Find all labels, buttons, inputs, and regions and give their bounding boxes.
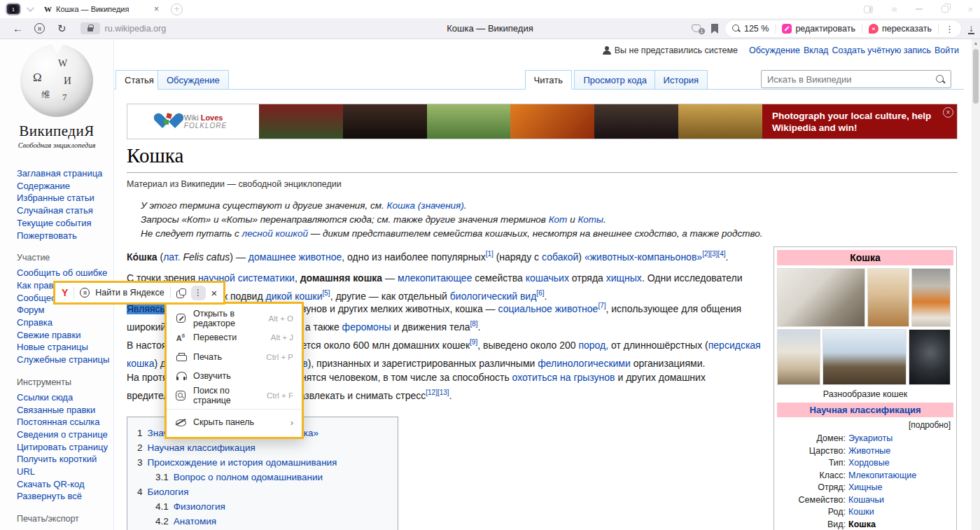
lock-icon bbox=[88, 27, 93, 32]
editor-icon bbox=[176, 314, 186, 323]
sidebar-header-print-export: Печать/экспорт bbox=[17, 514, 113, 524]
copy-icon[interactable] bbox=[176, 288, 186, 298]
details-link[interactable]: [подробно] bbox=[777, 417, 953, 431]
sidebar-item-donate[interactable]: Пожертвовать bbox=[17, 230, 113, 242]
bookmark-icon[interactable] bbox=[711, 24, 718, 34]
tab-list-chevron-icon[interactable] bbox=[27, 4, 34, 12]
menu-item-open-in-editor[interactable]: Открыть в редакторе Alt + O bbox=[167, 309, 302, 328]
tab-article[interactable]: Статья bbox=[115, 70, 163, 90]
back-icon[interactable]: ← bbox=[13, 22, 23, 34]
tab-talk[interactable]: Обсуждение bbox=[158, 70, 229, 90]
sidebar-item-what-links-here[interactable]: Ссылки сюда bbox=[17, 391, 113, 404]
wikipedia-favicon: W bbox=[44, 5, 52, 13]
panel-close-icon[interactable]: × bbox=[211, 287, 218, 299]
menu-item-find-on-page[interactable]: Поиск по странице Ctrl + F bbox=[167, 386, 302, 405]
retell-button[interactable]: « пересказать bbox=[869, 24, 932, 34]
sidebar-item-special-pages[interactable]: Служебные страницы bbox=[17, 354, 113, 366]
more-actions-icon[interactable]: ⋮ bbox=[945, 24, 954, 34]
personal-link-login[interactable]: Войти bbox=[934, 46, 959, 55]
sidebar-item-forum[interactable]: Форум bbox=[17, 304, 113, 316]
url-text[interactable]: ru.wikipedia.org bbox=[105, 24, 167, 34]
active-browser-tab[interactable]: W Кошка — Википедия × bbox=[39, 2, 164, 17]
submenu-arrow-icon: › bbox=[290, 417, 293, 428]
taxo-row: Отряд:Хищные bbox=[777, 482, 953, 494]
side-panel-icon[interactable] bbox=[864, 6, 873, 13]
sidebar-item-new-pages[interactable]: Новые страницы bbox=[17, 341, 113, 354]
sidebar-item-related-changes[interactable]: Связанные правки bbox=[17, 404, 113, 417]
sidebar-item-recent-changes[interactable]: Свежие правки bbox=[17, 329, 113, 342]
sidebar-item-short-url[interactable]: Получить короткий URL bbox=[17, 453, 99, 477]
tab-view-source[interactable]: Просмотр кода bbox=[574, 70, 656, 90]
article-subtitle: Материал из Википедии — свободной энцикл… bbox=[127, 179, 342, 189]
sidebar-item-qr-code[interactable]: Скачать QR-код bbox=[17, 478, 113, 491]
menu-item-translate[interactable]: Аб Перевести Alt + J bbox=[167, 328, 302, 348]
classification-header[interactable]: Научная классификация bbox=[777, 403, 953, 417]
minimize-icon[interactable] bbox=[916, 8, 923, 10]
sidebar-item-featured[interactable]: Избранные статьи bbox=[17, 192, 113, 204]
sidebar-item-help[interactable]: Справка bbox=[17, 316, 113, 329]
page-scrollbar[interactable]: ▲ bbox=[972, 39, 980, 530]
user-icon bbox=[603, 46, 611, 55]
banner-message: Photograph your local culture, help Wiki… bbox=[762, 104, 957, 139]
sidebar-header-tools: Инструменты bbox=[17, 377, 113, 387]
cat-photo[interactable] bbox=[911, 268, 951, 327]
panel-more-button[interactable]: ⋮ bbox=[191, 286, 206, 300]
wikipedia-wordmark[interactable]: ВикипедиЯ bbox=[0, 123, 113, 140]
edit-page-button[interactable]: редактировать bbox=[782, 24, 855, 34]
headphones-icon bbox=[176, 372, 186, 380]
collections-icon[interactable]: 1 bbox=[692, 24, 704, 34]
yandex-search-icon: я bbox=[80, 288, 90, 298]
sidebar-item-current-events[interactable]: Текущие события bbox=[17, 217, 113, 230]
wiki-search-input[interactable]: Искать в Википедии bbox=[761, 70, 951, 88]
toc-item: 3.1Вопрос о полном одомашнивании bbox=[137, 470, 388, 484]
search-placeholder: Искать в Википедии bbox=[767, 74, 852, 85]
cat-photo[interactable] bbox=[909, 329, 951, 385]
personal-link-create-account[interactable]: Создать учётную запись bbox=[832, 46, 931, 55]
sidebar-item-random[interactable]: Случайная статья bbox=[17, 204, 113, 217]
tab-read[interactable]: Читать bbox=[525, 70, 572, 90]
reload-icon[interactable]: ↻ bbox=[57, 22, 66, 35]
wikipedia-globe-logo[interactable]: Ω W И 7 维 bbox=[20, 44, 93, 117]
hatnote: Запросы «Кот» и «Коты» перенаправляются … bbox=[141, 213, 841, 227]
sidebar-item-contents[interactable]: Содержание bbox=[17, 180, 113, 193]
tab-group-button[interactable]: 1 bbox=[6, 3, 21, 15]
banner-close-icon[interactable]: × bbox=[943, 107, 953, 118]
close-window-icon[interactable]: × bbox=[967, 4, 973, 15]
new-tab-button[interactable]: + bbox=[171, 4, 183, 15]
banner-photo-strip bbox=[259, 104, 762, 139]
sidebar-item-permanent-link[interactable]: Постоянная ссылка bbox=[17, 416, 113, 428]
cat-photo[interactable] bbox=[777, 268, 865, 327]
menu-item-read-aloud[interactable]: Озвучить bbox=[167, 367, 302, 386]
print-icon bbox=[176, 353, 186, 361]
tab-history[interactable]: История bbox=[654, 70, 708, 90]
menu-item-hide-panel[interactable]: Скрыть панель › bbox=[167, 413, 302, 433]
banner-photo bbox=[510, 104, 594, 139]
zoom-indicator[interactable]: 125 % bbox=[732, 24, 769, 34]
cat-photo[interactable] bbox=[822, 329, 906, 385]
sidebar-item-expand-all[interactable]: Развернуть всё bbox=[17, 490, 113, 503]
cat-photo[interactable] bbox=[777, 329, 820, 385]
tab-close-icon[interactable]: × bbox=[154, 4, 159, 14]
site-security-badge[interactable] bbox=[80, 22, 100, 34]
sidebar-item-page-info[interactable]: Сведения о странице bbox=[17, 428, 113, 441]
taxo-row: Вид:Кошка bbox=[777, 519, 953, 530]
wiki-loves-folklore-banner[interactable]: Wiki Loves FOLKLORE Photograph your loca… bbox=[127, 104, 958, 139]
menu-item-print[interactable]: Печать Ctrl + P bbox=[167, 347, 302, 367]
sidebar-item-main-page[interactable]: Заглавная страница bbox=[17, 167, 113, 180]
panel-context-menu: Открыть в редакторе Alt + O Аб Перевести… bbox=[164, 302, 304, 439]
restore-window-icon[interactable] bbox=[941, 6, 948, 13]
browser-tab-bar: 1 W Кошка — Википедия × + ≡ × bbox=[0, 0, 980, 18]
sidebar-item-report-error[interactable]: Сообщить об ошибке bbox=[17, 267, 113, 279]
taxobox: Кошка Разнообразие кошек Научная классиф… bbox=[774, 246, 957, 530]
find-in-yandex-button[interactable]: Найти в Яндексе bbox=[95, 288, 164, 298]
browser-menu-icon[interactable]: ≡ bbox=[892, 4, 897, 15]
yandex-account-icon[interactable]: я bbox=[34, 23, 45, 34]
search-icon[interactable] bbox=[936, 75, 945, 84]
personal-link-talk[interactable]: Обсуждение bbox=[749, 46, 800, 55]
scrollbar-thumb[interactable] bbox=[973, 49, 979, 104]
cat-photo[interactable] bbox=[867, 268, 909, 327]
downloads-icon[interactable]: ↓ bbox=[968, 23, 974, 34]
scroll-up-icon[interactable]: ▲ bbox=[972, 39, 980, 48]
personal-link-contributions[interactable]: Вклад bbox=[804, 46, 829, 55]
sidebar-item-cite-page[interactable]: Цитировать страницу bbox=[17, 441, 113, 454]
